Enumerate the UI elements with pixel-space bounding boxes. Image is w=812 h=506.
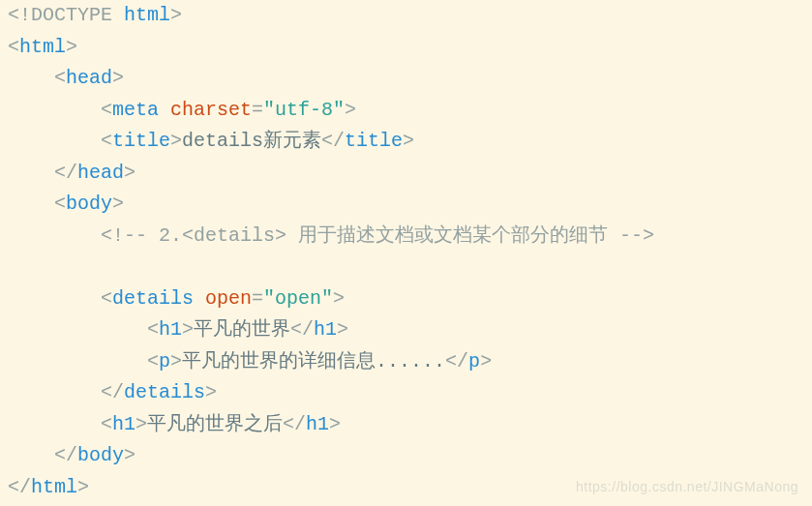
bracket: < [147,350,159,372]
code-line: </head> [8,158,804,190]
tag-details: details [112,287,194,310]
bracket: < [101,287,112,310]
tag-title: title [345,130,403,152]
bracket: > [170,350,182,372]
bracket: > [345,99,356,121]
tag-html: html [19,36,66,58]
equals: = [252,99,263,121]
h1-text: 平凡的世界之后 [147,413,283,435]
bracket: </ [101,381,124,403]
bracket: < [54,67,66,89]
bracket: < [147,318,159,341]
bracket: > [182,318,194,341]
tag-head: head [77,162,124,184]
bracket: > [66,36,77,58]
code-line: <h1>平凡的世界</h1> [8,314,804,346]
h1-text: 平凡的世界 [194,318,290,341]
bracket: </ [290,318,314,341]
bracket: </ [445,350,468,372]
p-text: 平凡的世界的详细信息...... [182,350,445,372]
bracket: > [480,350,492,372]
comment: <!-- 2.<details> 用于描述文档或文档某个部分的细节 --> [101,224,654,247]
bracket: < [101,130,112,152]
tag-details: details [124,381,205,403]
code-line: <head> [8,63,804,95]
bracket: > [112,193,124,215]
tag-h1: h1 [306,413,329,435]
code-line [8,252,804,283]
code-line: <p>平凡的世界的详细信息......</p> [8,346,804,378]
attr-open: open [194,287,252,310]
bracket: </ [283,413,306,435]
bracket: < [8,36,19,58]
bracket: > [170,4,182,26]
bracket: > [329,413,341,435]
bracket: > [170,130,182,152]
bracket: > [205,381,217,403]
code-line: <title>details新元素</title> [8,126,804,158]
bracket: < [54,193,66,215]
watermark: https://blog.csdn.net/JINGMaNong [576,479,798,494]
attr-charset: charset [159,99,252,121]
tag-body: body [77,444,124,466]
tag-body: body [66,193,112,215]
bracket: <!DOCTYPE [8,4,124,26]
title-text: details新元素 [182,130,321,152]
code-line: <h1>平凡的世界之后</h1> [8,409,804,441]
attr-value: "open" [263,287,333,310]
tag-doctype: html [124,4,170,26]
bracket: > [333,287,345,310]
code-line: </details> [8,377,804,409]
tag-p: p [159,350,170,372]
equals: = [252,287,263,310]
bracket: > [337,318,348,341]
code-line: <details open="open"> [8,283,804,315]
bracket: </ [54,162,77,184]
tag-title: title [112,130,170,152]
bracket: </ [321,130,345,152]
bracket: < [101,413,112,435]
code-line: <meta charset="utf-8"> [8,95,804,127]
tag-html: html [31,476,77,498]
bracket: </ [8,476,31,498]
code-line: <!-- 2.<details> 用于描述文档或文档某个部分的细节 --> [8,221,804,253]
tag-h1: h1 [159,318,182,341]
bracket: > [124,444,135,466]
bracket: </ [54,444,77,466]
code-line: </body> [8,440,804,472]
bracket: > [77,476,89,498]
bracket: > [135,413,147,435]
code-line: <html> [8,32,804,64]
tag-p: p [468,350,480,372]
code-line: <body> [8,189,804,221]
tag-meta: meta [112,99,159,121]
bracket: > [403,130,414,152]
code-block: <!DOCTYPE html> <html> <head> <meta char… [0,0,812,503]
tag-head: head [66,67,112,89]
tag-h1: h1 [314,318,337,341]
attr-value: "utf-8" [263,99,345,121]
tag-h1: h1 [112,413,135,435]
bracket: < [101,99,112,121]
code-line: <!DOCTYPE html> [8,0,804,32]
bracket: > [112,67,124,89]
bracket: > [124,162,135,184]
